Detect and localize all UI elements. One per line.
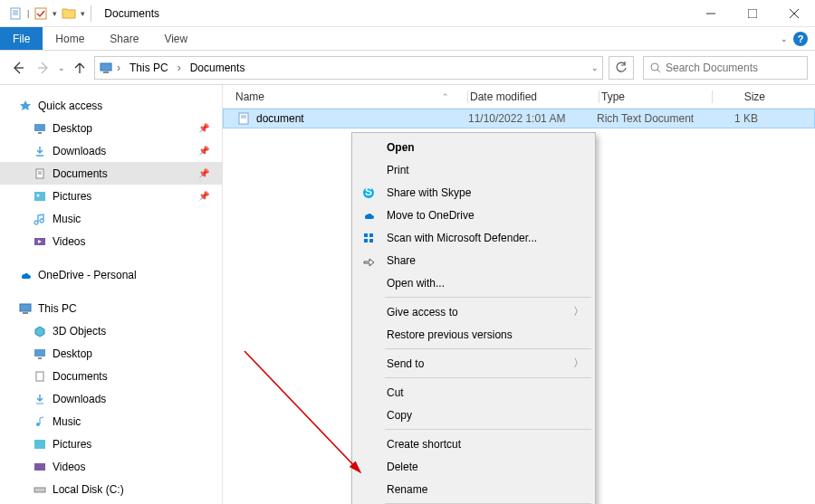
menu-share[interactable]: Share xyxy=(354,249,593,271)
tree-onedrive[interactable]: OneDrive - Personal xyxy=(0,263,222,286)
downloads-icon xyxy=(33,144,47,158)
file-row-selected[interactable]: document 11/10/2022 1:01 AM Rich Text Do… xyxy=(223,109,815,128)
nav-bar: ⌄ › This PC › Documents ⌄ xyxy=(0,51,815,85)
tab-file[interactable]: File xyxy=(0,27,43,50)
menu-print[interactable]: Print xyxy=(354,158,593,181)
documents-icon xyxy=(33,369,47,384)
onedrive-icon xyxy=(18,268,33,282)
forward-button[interactable] xyxy=(33,57,54,79)
crumb-this-pc[interactable]: This PC xyxy=(124,62,174,74)
svg-rect-0 xyxy=(11,8,20,19)
refresh-button[interactable] xyxy=(609,56,634,80)
svg-rect-12 xyxy=(103,71,109,73)
tree-label: OneDrive - Personal xyxy=(38,269,137,281)
tab-view[interactable]: View xyxy=(151,27,200,50)
menu-openwith[interactable]: Open with... xyxy=(354,271,593,294)
help-icon[interactable]: ? xyxy=(793,32,808,46)
qat-doc-icon[interactable] xyxy=(5,4,25,24)
tree-desktop[interactable]: Desktop📌 xyxy=(0,117,222,139)
svg-rect-32 xyxy=(34,463,45,471)
tree-quick-access[interactable]: Quick access xyxy=(0,94,222,117)
svg-rect-15 xyxy=(34,124,45,131)
tree-pictures[interactable]: Pictures📌 xyxy=(0,185,222,207)
tree-label: This PC xyxy=(38,302,77,315)
menu-copy[interactable]: Copy xyxy=(354,404,593,426)
tab-home[interactable]: Home xyxy=(43,27,97,50)
pin-icon: 📌 xyxy=(198,123,209,133)
breadcrumb-bar[interactable]: › This PC › Documents ⌄ xyxy=(94,56,603,80)
desktop-icon xyxy=(33,121,47,136)
menu-cut[interactable]: Cut xyxy=(354,381,593,404)
col-size[interactable]: Size xyxy=(714,90,778,103)
chevron-right-icon[interactable]: › xyxy=(115,62,122,74)
tree-downloads-2[interactable]: Downloads xyxy=(0,387,222,410)
menu-shortcut[interactable]: Create shortcut xyxy=(354,433,593,455)
music-icon xyxy=(33,212,47,226)
tree-videos-2[interactable]: Videos xyxy=(0,455,222,478)
minimize-button[interactable] xyxy=(690,0,732,27)
pin-icon: 📌 xyxy=(198,146,209,156)
menu-separator xyxy=(385,429,591,430)
tree-downloads[interactable]: Downloads📌 xyxy=(0,139,222,162)
pc-icon xyxy=(18,301,33,316)
breadcrumb-dropdown[interactable]: ⌄ xyxy=(591,63,599,72)
menu-onedrive[interactable]: Move to OneDrive xyxy=(354,204,593,226)
col-date[interactable]: Date modified xyxy=(470,90,599,103)
tree-this-pc[interactable]: This PC xyxy=(0,297,222,319)
menu-rename[interactable]: Rename xyxy=(354,478,593,500)
pin-icon: 📌 xyxy=(198,168,209,178)
tab-share[interactable]: Share xyxy=(97,27,151,50)
close-button[interactable] xyxy=(773,0,815,27)
tree-label: Documents xyxy=(53,370,108,383)
videos-icon xyxy=(33,460,47,474)
tree-documents[interactable]: Documents📌 xyxy=(0,162,222,185)
desktop-icon xyxy=(33,347,47,361)
menu-restore[interactable]: Restore previous versions xyxy=(354,323,593,346)
chevron-right-icon[interactable]: › xyxy=(176,62,183,74)
search-input[interactable] xyxy=(666,62,801,74)
ribbon-tabs: File Home Share View ⌄ ? xyxy=(0,27,815,51)
pin-icon: 📌 xyxy=(198,191,209,201)
tree-desktop-2[interactable]: Desktop xyxy=(0,342,222,365)
tree-label: Desktop xyxy=(53,122,92,135)
tree-documents-2[interactable]: Documents xyxy=(0,365,222,387)
menu-delete[interactable]: Delete xyxy=(354,455,593,478)
qat-dropdown-2[interactable]: ▾ xyxy=(81,9,85,18)
col-type[interactable]: Type xyxy=(601,90,712,103)
onedrive-icon xyxy=(361,208,376,223)
back-button[interactable] xyxy=(7,57,29,79)
column-headers: Name⌃ Date modified Type Size xyxy=(223,85,815,109)
qat-check-icon[interactable] xyxy=(31,4,51,24)
nav-tree: Quick access Desktop📌 Downloads📌 Documen… xyxy=(0,85,223,504)
tree-label: Quick access xyxy=(38,100,102,112)
tree-3d-objects[interactable]: 3D Objects xyxy=(0,319,222,342)
menu-open[interactable]: Open xyxy=(354,136,593,158)
up-button[interactable] xyxy=(69,57,91,79)
col-name[interactable]: Name⌃ xyxy=(235,90,467,103)
svg-line-14 xyxy=(657,70,660,73)
crumb-documents[interactable]: Documents xyxy=(185,62,251,74)
menu-giveaccess[interactable]: Give access to〉 xyxy=(354,300,593,323)
recent-dropdown[interactable]: ⌄ xyxy=(58,63,65,72)
title-bar: | ▾ ▾ Documents xyxy=(0,0,815,27)
tree-label: Videos xyxy=(53,461,85,473)
svg-rect-21 xyxy=(34,192,45,201)
tree-music-2[interactable]: Music xyxy=(0,410,222,433)
menu-skype[interactable]: SShare with Skype xyxy=(354,181,593,204)
tree-local-disk[interactable]: Local Disk (C:) xyxy=(0,478,222,500)
svg-rect-36 xyxy=(239,113,248,124)
menu-sendto[interactable]: Send to〉 xyxy=(354,352,593,375)
svg-rect-6 xyxy=(748,9,757,18)
tree-music[interactable]: Music xyxy=(0,207,222,230)
menu-defender[interactable]: Scan with Microsoft Defender... xyxy=(354,226,593,249)
qat-dropdown[interactable]: ▾ xyxy=(53,9,57,18)
svg-text:S: S xyxy=(365,186,372,198)
tree-pictures-2[interactable]: Pictures xyxy=(0,433,222,455)
svg-rect-33 xyxy=(34,488,45,492)
svg-rect-25 xyxy=(23,312,28,314)
tree-videos[interactable]: Videos xyxy=(0,230,222,252)
file-icon xyxy=(236,111,251,126)
ribbon-expand-icon[interactable]: ⌄ xyxy=(781,34,788,43)
search-box[interactable] xyxy=(643,56,808,80)
maximize-button[interactable] xyxy=(732,0,773,27)
